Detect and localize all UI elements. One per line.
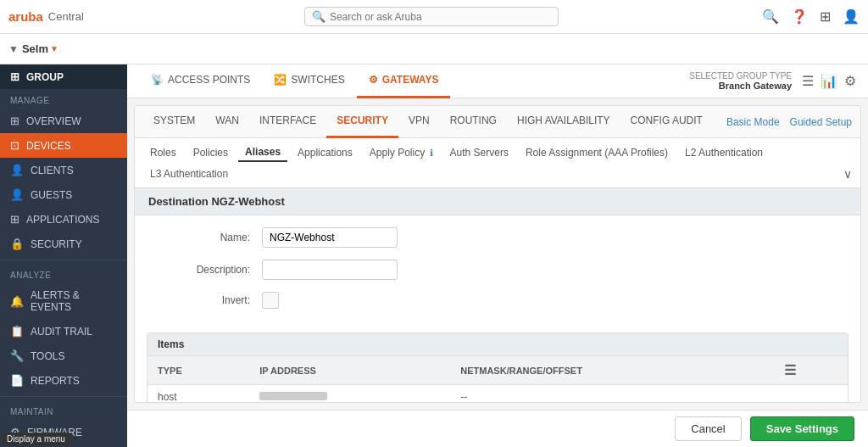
roletab-role-assignment[interactable]: Role Assignment (AAA Profiles) bbox=[519, 144, 675, 161]
roletab-roles[interactable]: Roles bbox=[143, 144, 183, 161]
subtab-security[interactable]: SECURITY bbox=[326, 106, 398, 138]
subtab-interface[interactable]: INTERFACE bbox=[249, 106, 326, 138]
selected-group-info: SELECTED GROUP TYPE Branch Gateway bbox=[689, 71, 792, 91]
cancel-button[interactable]: Cancel bbox=[675, 416, 741, 441]
reports-icon: 📄 bbox=[10, 374, 24, 387]
sidebar-divider-2 bbox=[0, 396, 127, 397]
roletab-l3-auth-label: L3 Authentication bbox=[150, 168, 228, 180]
sidebar: ⊞ GROUP MANAGE ⊞ OVERVIEW ⊡ DEVICES 👤 CL… bbox=[0, 64, 127, 447]
manage-section-header: MANAGE bbox=[0, 89, 127, 109]
subtab-vpn-label: VPN bbox=[409, 115, 430, 126]
selected-group-type-value: Branch Gateway bbox=[689, 81, 792, 91]
user-icon[interactable]: 👤 bbox=[843, 8, 860, 25]
sidebar-item-label-devices: DEVICES bbox=[26, 140, 71, 152]
search-input-wrap[interactable]: 🔍 bbox=[304, 7, 559, 26]
security-sub-tab-bar: SYSTEM WAN INTERFACE SECURITY VPN ROUTIN… bbox=[135, 106, 860, 138]
subtab-system[interactable]: SYSTEM bbox=[143, 106, 205, 138]
sidebar-item-label-tools: TOOLS bbox=[31, 350, 64, 362]
cell-ip bbox=[249, 385, 450, 403]
roletab-policies[interactable]: Policies bbox=[186, 144, 235, 161]
roletab-l3-auth[interactable]: L3 Authentication bbox=[143, 165, 235, 182]
role-tab-dropdown[interactable]: ∨ bbox=[843, 167, 852, 181]
col-header-menu: ☰ bbox=[774, 356, 848, 385]
subtab-high-availability-label: HIGH AVAILABILITY bbox=[517, 115, 610, 126]
grid-icon[interactable]: ⊞ bbox=[820, 8, 831, 25]
subtab-wan[interactable]: WAN bbox=[205, 106, 249, 138]
roletab-roles-label: Roles bbox=[150, 147, 176, 159]
sidebar-group-header: ⊞ GROUP bbox=[0, 64, 127, 89]
chart-view-icon[interactable]: 📊 bbox=[821, 73, 837, 89]
tab-access-points[interactable]: 📡 ACCESS POINTS bbox=[139, 64, 262, 98]
group-icon: ⊞ bbox=[10, 70, 19, 83]
sidebar-item-alerts[interactable]: 🔔 ALERTS & EVENTS bbox=[0, 283, 127, 319]
selected-group-type-label: SELECTED GROUP TYPE bbox=[689, 71, 792, 81]
cell-type: host bbox=[147, 385, 249, 403]
cell-netmask: -- bbox=[450, 385, 774, 403]
roletab-l2-auth[interactable]: L2 Authentication bbox=[678, 144, 770, 161]
items-header: Items bbox=[147, 333, 848, 356]
help-icon[interactable]: ❓ bbox=[791, 8, 808, 25]
roletab-policies-label: Policies bbox=[193, 147, 228, 159]
list-view-icon[interactable]: ☰ bbox=[802, 73, 814, 89]
sidebar-item-clients[interactable]: 👤 CLIENTS bbox=[0, 158, 127, 182]
subtab-interface-label: INTERFACE bbox=[259, 115, 316, 126]
destination-header: Destination NGZ-Webhost bbox=[135, 188, 860, 215]
ip-address-blurred bbox=[259, 392, 327, 400]
sidebar-item-label-applications: APPLICATIONS bbox=[26, 214, 99, 226]
sidebar-item-devices[interactable]: ⊡ DEVICES bbox=[0, 133, 127, 158]
sidebar-item-guests[interactable]: 👤 GUESTS bbox=[0, 182, 127, 207]
save-settings-button[interactable]: Save Settings bbox=[750, 416, 854, 441]
group-label: GROUP bbox=[26, 71, 64, 83]
items-section: Items TYPE IP ADDRESS NETMASK/RANGE/OFFS… bbox=[147, 332, 849, 402]
subtab-routing[interactable]: ROUTING bbox=[440, 106, 507, 138]
form-area: Destination NGZ-Webhost Name: Descriptio… bbox=[135, 188, 860, 402]
search-icon-top[interactable]: 🔍 bbox=[762, 8, 779, 25]
subtab-high-availability[interactable]: HIGH AVAILABILITY bbox=[507, 106, 620, 138]
basic-mode-button[interactable]: Basic Mode bbox=[726, 116, 780, 128]
roletab-applications[interactable]: Applications bbox=[291, 144, 359, 161]
roletab-apply-policy[interactable]: Apply Policy ℹ bbox=[363, 144, 440, 161]
description-input[interactable] bbox=[262, 260, 398, 280]
access-points-icon: 📡 bbox=[151, 74, 164, 86]
user-dropdown-arrow[interactable]: ▼ bbox=[50, 44, 58, 53]
sidebar-item-label-guests: GUESTS bbox=[31, 189, 72, 201]
sidebar-item-tools[interactable]: 🔧 TOOLS bbox=[0, 344, 127, 368]
maintain-section-header: MAINTAIN bbox=[0, 400, 127, 420]
overview-icon: ⊞ bbox=[10, 115, 19, 127]
items-table: TYPE IP ADDRESS NETMASK/RANGE/OFFSET ☰ h… bbox=[147, 356, 848, 402]
name-label: Name: bbox=[160, 232, 262, 243]
filter-icon: ▼ bbox=[8, 43, 19, 55]
security-icon: 🔒 bbox=[10, 237, 24, 250]
sidebar-divider-1 bbox=[0, 260, 127, 260]
search-input[interactable] bbox=[330, 11, 550, 23]
name-input[interactable] bbox=[262, 227, 398, 248]
sidebar-item-reports[interactable]: 📄 REPORTS bbox=[0, 368, 127, 393]
form-row-invert: Invert: bbox=[160, 292, 835, 309]
roletab-aliases-label: Aliases bbox=[245, 146, 281, 158]
invert-checkbox[interactable] bbox=[262, 292, 279, 309]
sidebar-item-overview[interactable]: ⊞ OVERVIEW bbox=[0, 109, 127, 133]
table-header-menu-icon[interactable]: ☰ bbox=[784, 363, 796, 377]
subtab-vpn[interactable]: VPN bbox=[398, 106, 440, 138]
logo-central: Central bbox=[48, 10, 84, 23]
sidebar-item-label-overview: OVERVIEW bbox=[26, 115, 81, 127]
guided-setup-button[interactable]: Guided Setup bbox=[790, 116, 852, 128]
tab-switches-label: SWITCHES bbox=[291, 74, 344, 86]
tab-switches[interactable]: 🔀 SWITCHES bbox=[262, 64, 356, 98]
col-header-type: TYPE bbox=[147, 356, 249, 385]
tab-gateways[interactable]: ⚙ GATEWAYS bbox=[357, 64, 451, 98]
form-row-description: Description: bbox=[160, 260, 835, 280]
tools-icon: 🔧 bbox=[10, 349, 24, 362]
form-row-name: Name: bbox=[160, 227, 835, 248]
sidebar-item-security[interactable]: 🔒 SECURITY bbox=[0, 232, 127, 256]
settings-icon[interactable]: ⚙ bbox=[844, 73, 856, 89]
sidebar-item-applications[interactable]: ⊞ APPLICATIONS bbox=[0, 207, 127, 232]
sidebar-item-label-alerts: ALERTS & EVENTS bbox=[31, 289, 117, 313]
roletab-auth-servers[interactable]: Auth Servers bbox=[443, 144, 515, 161]
subtab-config-audit[interactable]: CONFIG AUDIT bbox=[620, 106, 713, 138]
sidebar-item-audit-trail[interactable]: 📋 AUDIT TRAIL bbox=[0, 319, 127, 344]
top-icons: 🔍 ❓ ⊞ 👤 bbox=[762, 8, 860, 25]
roletab-aliases[interactable]: Aliases bbox=[238, 143, 287, 162]
tab-access-points-label: ACCESS POINTS bbox=[168, 74, 250, 86]
gateways-icon: ⚙ bbox=[369, 74, 378, 86]
